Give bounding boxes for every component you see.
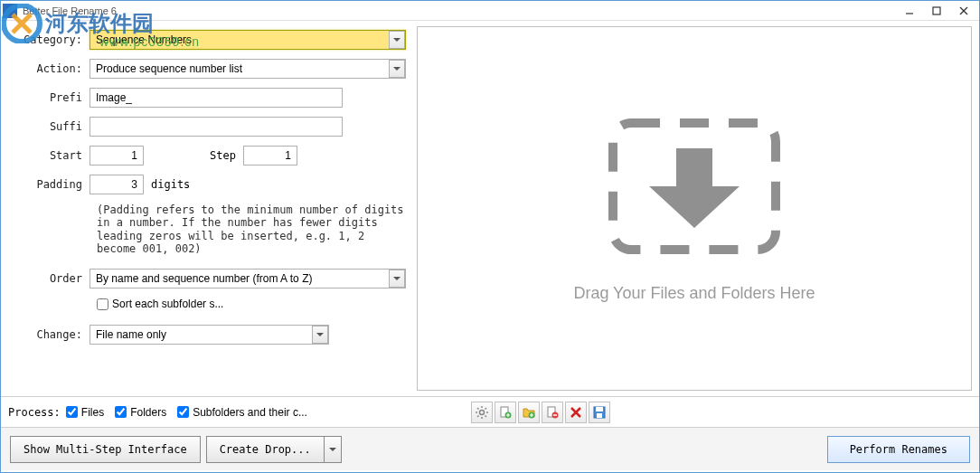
order-select[interactable]: By name and sequence number (from A to Z… (90, 269, 406, 289)
save-disk-icon[interactable] (589, 402, 610, 423)
add-file-icon[interactable] (495, 402, 516, 423)
add-folder-icon[interactable] (518, 402, 540, 423)
padding-input[interactable] (90, 175, 144, 194)
order-label: Order (10, 272, 90, 285)
dropzone-panel[interactable]: Drag Your Files and Folders Here (417, 26, 972, 391)
start-label: Start (10, 149, 90, 162)
svg-rect-15 (597, 413, 602, 418)
create-droplet-button[interactable]: Create Drop... (206, 436, 324, 463)
chevron-down-icon[interactable] (389, 60, 405, 78)
prefix-input[interactable] (90, 88, 343, 108)
process-subfolders-checkbox[interactable]: Subfolders and their c... (177, 406, 307, 419)
svg-rect-14 (596, 407, 603, 412)
chevron-down-icon[interactable] (389, 31, 405, 49)
window-title: Better File Rename 6 (23, 5, 896, 16)
change-label: Change: (10, 328, 90, 341)
remove-file-icon[interactable] (542, 402, 563, 423)
chevron-down-icon[interactable] (389, 270, 405, 288)
suffix-label: Suffi (10, 120, 90, 133)
svg-point-7 (480, 410, 485, 414)
padding-help-text: (Padding refers to the minimum number of… (97, 203, 404, 256)
start-input[interactable] (90, 146, 144, 166)
svg-rect-3 (933, 7, 940, 14)
dropzone-download-icon (604, 114, 785, 262)
app-icon (3, 4, 17, 18)
change-select[interactable]: File name only (90, 325, 329, 345)
titlebar: Better File Rename 6 (1, 1, 979, 21)
category-label: Category: (10, 33, 90, 46)
show-multi-step-button[interactable]: Show Multi-Step Interface (10, 436, 201, 463)
minimize-button[interactable] (896, 2, 923, 20)
settings-panel: Category: Sequence Numbers Action: Produ… (1, 21, 417, 396)
sort-subfolder-checkbox[interactable]: Sort each subfolder s... (97, 298, 223, 310)
close-button[interactable] (950, 2, 977, 20)
action-select[interactable]: Produce sequence number list (90, 59, 406, 79)
category-select[interactable]: Sequence Numbers (90, 30, 406, 50)
create-droplet-dropdown[interactable] (324, 436, 342, 463)
process-folders-checkbox[interactable]: Folders (115, 406, 166, 419)
process-files-checkbox[interactable]: Files (66, 406, 104, 419)
padding-label: Padding (10, 178, 90, 191)
suffix-input[interactable] (90, 117, 343, 137)
step-input[interactable] (243, 146, 297, 166)
delete-icon[interactable] (565, 402, 587, 423)
process-label: Process: (8, 406, 61, 419)
settings-gear-icon[interactable] (471, 402, 493, 423)
perform-renames-button[interactable]: Perform Renames (827, 436, 970, 463)
process-toolbar: Process: Files Folders Subfolders and th… (1, 396, 979, 427)
bottom-bar: Show Multi-Step Interface Create Drop...… (1, 427, 979, 470)
step-label: Step (180, 149, 243, 162)
action-label: Action: (10, 62, 90, 75)
maximize-button[interactable] (923, 2, 950, 20)
digits-label: digits (151, 178, 190, 191)
chevron-down-icon[interactable] (312, 326, 328, 344)
dropzone-text: Drag Your Files and Folders Here (573, 284, 815, 303)
prefix-label: Prefi (10, 91, 90, 104)
